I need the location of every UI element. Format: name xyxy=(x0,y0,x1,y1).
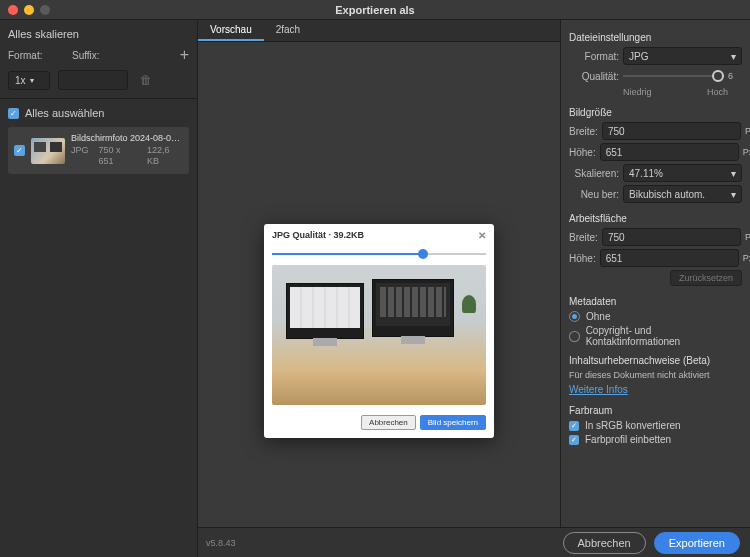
image-size-header: Bildgröße xyxy=(569,107,742,118)
canvas-height-input[interactable] xyxy=(600,249,739,267)
resample-value: Bikubisch autom. xyxy=(629,189,705,200)
preview-image xyxy=(272,265,486,405)
convert-srgb-label: In sRGB konvertieren xyxy=(585,420,681,431)
px-unit: Px xyxy=(743,147,750,157)
cancel-button[interactable]: Abbrechen xyxy=(563,532,646,554)
asset-size: 122,6 KB xyxy=(147,145,183,168)
asset-thumbnail xyxy=(31,138,65,164)
scale-select[interactable]: 1x ▾ xyxy=(8,71,50,90)
right-panel: Dateieinstellungen Format: JPG ▾ Qualitä… xyxy=(560,20,750,557)
more-info-link[interactable]: Weitere Infos xyxy=(569,384,742,395)
quality-high-label: Hoch xyxy=(707,87,728,97)
chevron-down-icon: ▾ xyxy=(30,76,34,85)
center-panel: Vorschau 2fach JPG Qualität · 39.2KB ✕ xyxy=(198,20,560,557)
asset-checkbox[interactable]: ✓ xyxy=(14,145,25,156)
slider-thumb-icon[interactable] xyxy=(712,70,724,82)
px-unit: Px xyxy=(743,253,750,263)
canvas-header: Arbeitsfläche xyxy=(569,213,742,224)
format-select[interactable]: JPG ▾ xyxy=(623,47,742,65)
scale-value: 47.11% xyxy=(629,168,663,179)
quality-slider[interactable] xyxy=(623,68,724,84)
color-space-header: Farbraum xyxy=(569,405,742,416)
width-input[interactable] xyxy=(602,122,741,140)
convert-srgb-checkbox[interactable]: ✓ xyxy=(569,421,579,431)
format-label: Format: xyxy=(8,50,50,61)
asset-format: JPG xyxy=(71,145,89,168)
modal-save-button[interactable]: Bild speichern xyxy=(420,415,486,430)
content-cred-header: Inhaltsurhebernachweise (Beta) xyxy=(569,355,742,366)
select-all-label: Alles auswählen xyxy=(25,107,105,119)
asset-dims: 750 x 651 xyxy=(99,145,137,168)
trash-icon: 🗑 xyxy=(140,73,152,87)
quality-label: Qualität: xyxy=(569,71,619,82)
file-settings-header: Dateieinstellungen xyxy=(569,32,742,43)
format-value: JPG xyxy=(629,51,648,62)
jpg-quality-modal: JPG Qualität · 39.2KB ✕ Abbrechen Bild xyxy=(264,224,494,438)
select-all-checkbox[interactable]: ✓ xyxy=(8,108,19,119)
chevron-down-icon: ▾ xyxy=(731,51,736,62)
preview-area: JPG Qualität · 39.2KB ✕ Abbrechen Bild xyxy=(198,42,560,531)
quality-value: 6 xyxy=(728,71,742,81)
metadata-copyright-label: Copyright- und Kontaktinformationen xyxy=(586,325,742,347)
height-input[interactable] xyxy=(600,143,739,161)
modal-cancel-button[interactable]: Abbrechen xyxy=(361,415,416,430)
scale-select[interactable]: 47.11% ▾ xyxy=(623,164,742,182)
canvas-width-input[interactable] xyxy=(602,228,741,246)
format-label: Format: xyxy=(569,51,619,62)
preview-tabs: Vorschau 2fach xyxy=(198,20,560,42)
px-unit: Px xyxy=(745,126,750,136)
tab-preview[interactable]: Vorschau xyxy=(198,20,264,41)
px-unit: Px xyxy=(745,232,750,242)
content-cred-status: Für dieses Dokument nicht aktiviert xyxy=(569,370,742,380)
resample-label: Neu ber: xyxy=(569,189,619,200)
scale-all-header: Alles skalieren xyxy=(8,28,189,40)
suffix-input[interactable] xyxy=(58,70,128,90)
close-icon[interactable]: ✕ xyxy=(478,230,486,241)
metadata-none-label: Ohne xyxy=(586,311,610,322)
chevron-down-icon: ▾ xyxy=(731,168,736,179)
footer: v5.8.43 Abbrechen Exportieren xyxy=(198,527,750,557)
metadata-none-radio[interactable] xyxy=(569,311,580,322)
titlebar: Exportieren als xyxy=(0,0,750,20)
suffix-label: Suffix: xyxy=(72,50,114,61)
resample-select[interactable]: Bikubisch autom. ▾ xyxy=(623,185,742,203)
asset-item[interactable]: ✓ Bildschirmfoto 2024-08-05 um 16.... JP… xyxy=(8,127,189,174)
metadata-copyright-radio[interactable] xyxy=(569,331,580,342)
metadata-header: Metadaten xyxy=(569,296,742,307)
reset-button[interactable]: Zurücksetzen xyxy=(670,270,742,286)
embed-profile-label: Farbprofil einbetten xyxy=(585,434,671,445)
export-button[interactable]: Exportieren xyxy=(654,532,740,554)
quality-slider[interactable] xyxy=(272,249,486,259)
chevron-down-icon: ▾ xyxy=(731,189,736,200)
asset-name: Bildschirmfoto 2024-08-05 um 16.... xyxy=(71,133,181,145)
height-label: Höhe: xyxy=(569,147,596,158)
slider-thumb-icon[interactable] xyxy=(418,249,428,259)
embed-profile-checkbox[interactable]: ✓ xyxy=(569,435,579,445)
width-label: Breite: xyxy=(569,126,598,137)
scale-value: 1x xyxy=(15,75,26,86)
tab-2x[interactable]: 2fach xyxy=(264,20,312,41)
scale-label: Skalieren: xyxy=(569,168,619,179)
quality-low-label: Niedrig xyxy=(623,87,652,97)
version-label: v5.8.43 xyxy=(206,538,236,548)
modal-title: JPG Qualität · 39.2KB xyxy=(272,230,364,241)
add-scale-button[interactable]: + xyxy=(180,46,189,64)
left-panel: Alles skalieren Format: Suffix: + 1x ▾ 🗑… xyxy=(0,20,198,557)
window-title: Exportieren als xyxy=(0,4,750,16)
canvas-height-label: Höhe: xyxy=(569,253,596,264)
canvas-width-label: Breite: xyxy=(569,232,598,243)
